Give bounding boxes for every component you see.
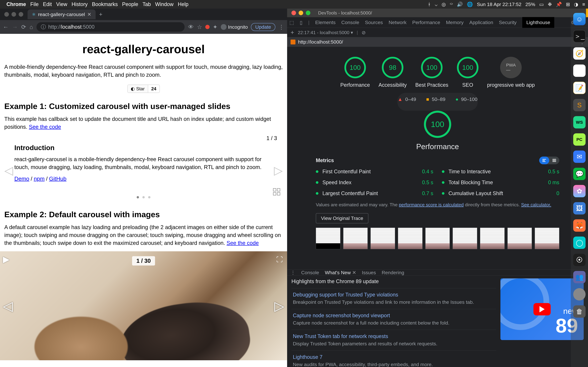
drawer-tab-console[interactable]: Console	[301, 270, 319, 275]
tab-memory[interactable]: Memory	[446, 20, 464, 25]
tab-network[interactable]: Network	[389, 20, 406, 25]
ex2-see-code-link[interactable]: See the code	[226, 240, 259, 246]
forward-button[interactable]: →	[12, 24, 18, 30]
dock-figma[interactable]: ⦿	[573, 254, 586, 266]
drawer-tab-issues[interactable]: Issues	[362, 270, 376, 275]
lh-new-report-button[interactable]: +	[291, 29, 294, 36]
news-item[interactable]: Capture node screenshot beyond viewportC…	[291, 309, 496, 330]
news-item[interactable]: Lighthouse 7New audits for PWA, accessib…	[291, 350, 496, 367]
drawer-tab-close-icon[interactable]: ✕	[352, 270, 356, 275]
carousel2-prev-button[interactable]: ◁	[3, 298, 13, 313]
battery-icon[interactable]: ▭	[539, 1, 544, 7]
carousel2-next-button[interactable]: ▷	[274, 298, 284, 313]
news-item[interactable]: Debugging support for Trusted Type viola…	[291, 288, 496, 309]
carousel1-dots[interactable]	[14, 193, 273, 200]
tab-security[interactable]: Security	[499, 20, 517, 25]
dock-trash[interactable]: 🗑	[573, 305, 586, 318]
menu-tab[interactable]: Tab	[143, 1, 151, 7]
menu-history[interactable]: History	[71, 1, 87, 7]
site-info-icon[interactable]: ⓘ	[41, 24, 46, 31]
tab-application[interactable]: Application	[469, 20, 493, 25]
whatsnew-panel[interactable]: Highlights from the Chrome 89 update Deb…	[291, 278, 496, 367]
pin-icon[interactable]: 📌	[556, 1, 562, 7]
gauge-seo[interactable]: 100SEO	[457, 57, 478, 88]
metrics-view-toggle[interactable]	[539, 157, 559, 164]
carousel2-maximize-button[interactable]: ⛶	[276, 256, 283, 263]
filmstrip-frame[interactable]	[508, 228, 532, 249]
filmstrip-frame[interactable]	[480, 228, 505, 249]
bluetooth2-icon[interactable]: ⌵	[435, 1, 438, 7]
dock-notes[interactable]: 📝	[573, 82, 586, 94]
volume-icon[interactable]: 🔊	[457, 1, 463, 7]
filmstrip-frame[interactable]	[453, 228, 477, 249]
menu-bookmarks[interactable]: Bookmarks	[92, 1, 118, 7]
dock-mail[interactable]: ✉	[573, 150, 586, 163]
carousel1-next-button[interactable]: ▷	[274, 164, 283, 177]
reload-button[interactable]: ⟳	[21, 24, 26, 30]
filmstrip-frame[interactable]	[535, 228, 559, 249]
menu-view[interactable]: View	[56, 1, 67, 7]
devtools-window-controls[interactable]	[291, 11, 310, 15]
dock-safari[interactable]: 🧭	[573, 47, 586, 60]
tab-lighthouse[interactable]: Lighthouse	[522, 17, 554, 28]
browser-tab[interactable]: ⚛ react-gallery-carousel ✕	[27, 9, 95, 19]
filmstrip-frame[interactable]	[343, 228, 368, 249]
device-toggle-icon[interactable]: ▯	[300, 20, 303, 25]
lh-run-label[interactable]: 22:17:41 - localhost:5000 ▾	[298, 30, 353, 35]
menu-people[interactable]: People	[122, 1, 138, 7]
clock[interactable]: Sun 18 Apr 22:17:52	[477, 1, 521, 7]
incognito-indicator[interactable]: Incognito	[221, 24, 248, 30]
bookmark-icon[interactable]: ☆	[197, 24, 202, 30]
dock-app[interactable]: ◯	[573, 237, 586, 249]
view-trace-button[interactable]: View Original Trace	[316, 213, 368, 223]
drawer-tab-rendering[interactable]: Rendering	[382, 270, 404, 275]
dock-wechat[interactable]: 💬	[573, 168, 586, 180]
carousel1-prev-button[interactable]: ◁	[4, 164, 13, 177]
dock-terminal[interactable]: ＞_	[573, 30, 586, 42]
dock-pycharm[interactable]: PC	[573, 133, 586, 146]
page-viewport[interactable]: react-gallery-carousel A mobile-friendly…	[0, 34, 287, 367]
tab-console[interactable]: Console	[341, 20, 359, 25]
new-tab-button[interactable]: +	[99, 11, 102, 18]
menubar-app-name[interactable]: Chrome	[7, 1, 26, 7]
calculator-link[interactable]: See calculator.	[521, 202, 551, 207]
perf-score-link[interactable]: performance score is calculated	[399, 202, 464, 207]
dock-webstorm[interactable]: WS	[573, 116, 586, 128]
npm-link[interactable]: npm	[34, 176, 45, 182]
menu-file[interactable]: File	[30, 1, 39, 7]
menu-window[interactable]: Window	[155, 1, 173, 7]
window-controls[interactable]	[4, 12, 23, 17]
menu-icon[interactable]: ≡	[582, 1, 585, 7]
ex1-see-code-link[interactable]: See the code	[29, 124, 61, 130]
menu-edit[interactable]: Edit	[43, 1, 52, 7]
inspect-icon[interactable]: ⬚	[289, 20, 294, 25]
dock-teams[interactable]: 👥	[573, 271, 586, 283]
carousel2-play-button[interactable]: ▶	[3, 254, 9, 264]
drawer-tab-whatsnew[interactable]: What's New ✕	[325, 270, 356, 275]
gauge-performance[interactable]: 100Performance	[340, 57, 370, 88]
gauge-accessibility[interactable]: 98Accessibility	[379, 57, 407, 88]
carousel-example2[interactable]: ▶ 1 / 30 ⛶ ◁ ▷	[0, 251, 287, 360]
demo-link[interactable]: Demo	[14, 176, 29, 182]
dock-finder[interactable]: ☺	[573, 13, 586, 25]
tab-performance[interactable]: Performance	[412, 20, 440, 25]
tab-sources[interactable]: Sources	[365, 20, 383, 25]
wifi-icon[interactable]: ⌔	[450, 1, 453, 7]
dock-preview[interactable]: 🖼	[573, 202, 586, 215]
status-icon[interactable]: ❉	[548, 1, 552, 7]
dock-photos[interactable]: ✿	[573, 185, 586, 197]
github-link[interactable]: GitHub	[49, 176, 67, 182]
gauge-pwa[interactable]: PWA—progressive web app	[487, 57, 535, 88]
dock-chrome[interactable]: ◉	[573, 65, 586, 77]
airdrop-icon[interactable]: ◎	[441, 1, 446, 7]
back-button[interactable]: ←	[3, 24, 9, 30]
filmstrip-frame[interactable]	[316, 228, 340, 249]
tab-elements[interactable]: Elements	[315, 20, 336, 25]
input-icon[interactable]: 🌐	[467, 1, 473, 7]
home-button[interactable]: ⌂	[30, 24, 33, 30]
menu-help[interactable]: Help	[178, 1, 189, 7]
bluetooth-icon[interactable]: ᚼ	[428, 1, 431, 7]
update-button[interactable]: Update	[251, 23, 275, 31]
github-star-badge[interactable]: ◐Star 24	[127, 84, 160, 93]
tracking-icon[interactable]: 👁	[188, 24, 194, 30]
